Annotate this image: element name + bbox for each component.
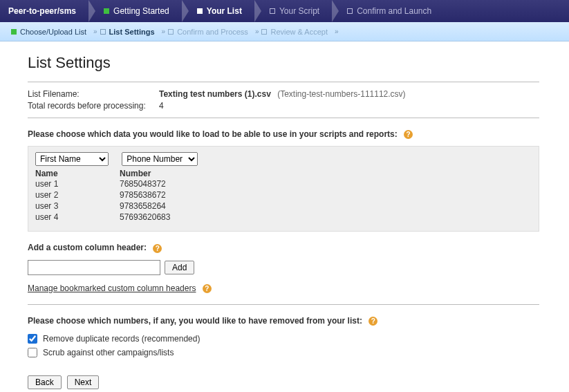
help-icon[interactable]: ? [369, 317, 377, 326]
wizard-topnav: Peer-to-peer/sms Getting Started Your Li… [0, 0, 569, 22]
table-row: user 1 7685048372 [35, 178, 532, 189]
substep-list-settings[interactable]: List Settings [100, 28, 155, 36]
columns-prompt: Please choose which data you would like … [28, 129, 539, 139]
help-icon[interactable]: ? [153, 244, 162, 253]
remove-duplicates-label: Remove duplicate records (recommended) [43, 334, 200, 344]
table-row: user 2 9785638672 [35, 189, 532, 200]
file-meta: List Filename: Texting test numbers (1).… [28, 89, 539, 111]
filename-label: List Filename: [28, 89, 159, 99]
cell-name: user 1 [35, 178, 120, 189]
substep-label: List Settings [109, 28, 155, 36]
cell-number: 57693620683 [120, 212, 216, 223]
square-icon [168, 29, 174, 35]
remove-prompt: Please choose which numbers, if any, you… [28, 316, 539, 326]
add-button[interactable]: Add [165, 261, 194, 274]
scrub-row[interactable]: Scrub against other campaigns/lists [28, 348, 539, 357]
substep-label: Review & Accept [270, 28, 328, 36]
cell-name: user 2 [35, 189, 120, 200]
filename-slug: (Texting-test-numbers-111112.csv) [277, 89, 405, 99]
column-mapping-box: First Name Phone Number Name Number user… [28, 146, 539, 232]
square-icon [100, 29, 106, 35]
wizard-subnav: Choose/Upload List » List Settings » Con… [0, 22, 569, 41]
substep-review-accept[interactable]: Review & Accept [261, 28, 328, 36]
chevron-icon: » [335, 28, 339, 35]
filename-value: Texting test numbers (1).csv [159, 89, 271, 99]
column-1-select[interactable]: First Name [35, 152, 109, 166]
col-header-number: Number [120, 169, 216, 178]
square-icon [261, 29, 267, 35]
table-row: user 4 57693620683 [35, 212, 532, 223]
wizard-step-label: Getting Started [113, 6, 169, 16]
wizard-step-label: Your List [207, 6, 242, 16]
substep-label: Confirm and Process [177, 28, 248, 36]
scrub-label: Scrub against other campaigns/lists [43, 348, 174, 357]
square-icon [197, 8, 203, 14]
substep-confirm-process[interactable]: Confirm and Process [168, 28, 248, 36]
manage-bookmarked-link[interactable]: Manage bookmarked custom column headers [28, 283, 196, 293]
chevron-icon: » [162, 28, 166, 35]
wizard-step-label: Confirm and Launch [357, 6, 431, 16]
breadcrumb-root-label: Peer-to-peer/sms [8, 6, 76, 16]
column-2-select[interactable]: Phone Number [122, 152, 198, 166]
col-header-name: Name [35, 169, 120, 178]
scrub-checkbox[interactable] [28, 348, 37, 357]
next-button[interactable]: Next [67, 375, 100, 389]
cell-number: 9783658264 [120, 200, 216, 212]
wizard-step-getting-started[interactable]: Getting Started [88, 0, 182, 22]
remove-duplicates-checkbox[interactable] [28, 334, 37, 344]
wizard-step-confirm-launch[interactable]: Confirm and Launch [332, 0, 444, 22]
square-icon [270, 8, 275, 14]
divider [28, 118, 539, 118]
check-icon [104, 8, 109, 14]
breadcrumb-root[interactable]: Peer-to-peer/sms [0, 0, 88, 22]
cell-number: 7685048372 [120, 178, 216, 189]
custom-header-label: Add a custom column header: ? [28, 243, 539, 252]
substep-choose-upload[interactable]: Choose/Upload List [11, 28, 86, 36]
back-button[interactable]: Back [28, 375, 62, 389]
wizard-step-label: Your Script [279, 6, 319, 16]
total-records-label: Total records before processing: [28, 101, 159, 111]
wizard-step-your-script[interactable]: Your Script [254, 0, 332, 22]
page-title: List Settings [28, 54, 539, 72]
help-icon[interactable]: ? [404, 130, 413, 139]
custom-header-input[interactable] [28, 260, 160, 275]
remove-duplicates-row[interactable]: Remove duplicate records (recommended) [28, 334, 539, 344]
divider [28, 82, 539, 82]
total-records-value: 4 [159, 101, 164, 111]
substep-label: Choose/Upload List [20, 28, 86, 36]
page-body: List Settings List Filename: Texting tes… [0, 41, 567, 392]
preview-table: Name Number user 1 7685048372 user 2 978… [35, 169, 532, 223]
chevron-icon: » [255, 28, 259, 35]
table-row: user 3 9783658264 [35, 200, 532, 212]
cell-number: 9785638672 [120, 189, 216, 200]
square-icon [347, 8, 353, 14]
cell-name: user 4 [35, 212, 120, 223]
chevron-icon: » [93, 28, 97, 35]
cell-name: user 3 [35, 200, 120, 212]
divider [28, 304, 539, 305]
help-icon[interactable]: ? [203, 284, 212, 293]
check-icon [11, 29, 17, 35]
wizard-step-your-list[interactable]: Your List [182, 0, 254, 22]
